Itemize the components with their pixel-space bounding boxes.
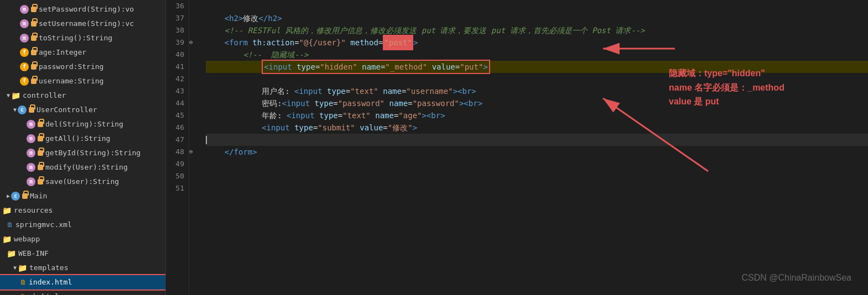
sidebar-item-username[interactable]: f username:String [0, 74, 165, 88]
lock-icon [31, 64, 37, 70]
method-icon: m [27, 120, 35, 129]
code-line [206, 170, 868, 182]
watermark: CSDN @ChinaRainbowSea [741, 272, 851, 284]
chevron-down-icon: ▼ [13, 104, 17, 116]
lock-icon [31, 35, 37, 41]
method-icon: m [20, 34, 29, 43]
sidebar-label: WEB-INF [18, 247, 49, 260]
field-icon: f [20, 62, 29, 71]
lock-icon [38, 150, 43, 156]
code-line: 年龄: <input type="text" name="age"><br> [206, 109, 868, 122]
fold-gutter: ⊖ ⊖ [189, 0, 200, 295]
method-icon: m [27, 134, 35, 143]
class-icon: c [11, 192, 20, 201]
lock-icon [22, 193, 28, 199]
field-icon: f [20, 48, 29, 57]
lock-icon [31, 78, 37, 84]
folder-icon: 📁 [7, 247, 16, 260]
chevron-right-icon: ▶ [7, 190, 10, 202]
lock-icon [38, 179, 43, 185]
code-line: </form> [206, 146, 868, 158]
sidebar-label: springmvc.xml [15, 219, 72, 231]
sidebar-item-controller[interactable]: ▼ 📁 controller [0, 88, 165, 103]
annotation-text: 隐藏域：type="hidden"name 名字必须是：_methodvalue… [669, 66, 862, 109]
sidebar-label: toString():String [39, 32, 112, 44]
sidebar-item-toString[interactable]: m toString():String [0, 31, 165, 45]
lock-icon [31, 21, 37, 27]
code-line: <form th:action="@{/user}" method="post"… [206, 36, 868, 49]
lock-icon [31, 7, 37, 12]
code-line [206, 134, 868, 146]
lock-icon [38, 122, 43, 127]
code-line: <input type="submit" value="修改"> [206, 122, 868, 134]
sidebar-item-setPassword[interactable]: m setPassword(String):vo [0, 2, 165, 17]
file-tree: m setPassword(String):vo m setUsername(S… [0, 0, 166, 295]
html-file-icon: 🗎 [20, 276, 27, 288]
code-container: 36 37 38 39 40 41 42 43 44 45 46 47 48 4… [166, 0, 868, 295]
sidebar-label: UserController [37, 104, 97, 116]
chevron-down-icon: ▼ [13, 262, 17, 274]
code-line: <h2>修改</h2> [206, 12, 868, 24]
sidebar-label: setPassword(String):vo [39, 3, 134, 15]
sidebar-item-del[interactable]: m del(String):String [0, 117, 165, 131]
sidebar-item-save[interactable]: m save(User):String [0, 175, 165, 189]
sidebar-item-ok-html[interactable]: 🗎 ok.html [0, 289, 165, 295]
sidebar-label: age:Integer [39, 46, 86, 59]
sidebar-item-springmvc-xml[interactable]: 🗎 springmvc.xml [0, 218, 165, 232]
sidebar-item-getById[interactable]: m getById(String):String [0, 146, 165, 160]
annotation-content: 隐藏域：type="hidden"name 名字必须是：_methodvalue… [669, 69, 784, 106]
sidebar-label: controller [23, 89, 66, 102]
sidebar-label: getById(String):String [45, 147, 141, 159]
sidebar-label: Main [30, 190, 47, 202]
code-line [206, 0, 868, 12]
code-line [206, 182, 868, 194]
folder-icon: 📁 [11, 89, 20, 102]
sidebar-item-age[interactable]: f age:Integer [0, 45, 165, 60]
sidebar-label: del(String):String [45, 118, 123, 130]
folder-icon: 📁 [2, 204, 12, 217]
sidebar-label: modify(User):String [45, 161, 128, 173]
sidebar-label: resources [14, 204, 53, 217]
annotation-panel: 隐藏域：type="hidden"name 名字必须是：_methodvalue… [669, 66, 862, 109]
sidebar-label: getAll():String [45, 133, 110, 145]
lock-icon [31, 50, 37, 55]
code-line: <!-- RESTFul 风格的，修改用户信息，修改必须发送 put 请求，要发… [206, 24, 868, 36]
sidebar-item-WEBINF[interactable]: 📁 WEB-INF [0, 246, 165, 261]
code-editor: 36 37 38 39 40 41 42 43 44 45 46 47 48 4… [166, 0, 868, 295]
chevron-down-icon: ▼ [7, 89, 10, 102]
sidebar-item-setUsername[interactable]: m setUsername(String):vc [0, 17, 165, 31]
code-line: <!-- 隐藏域--> [206, 49, 868, 61]
sidebar-item-resources[interactable]: 📁 resources [0, 203, 165, 218]
sidebar-label: save(User):String [45, 176, 119, 188]
lock-icon [38, 165, 43, 170]
sidebar-item-webapp[interactable]: 📁 webapp [0, 232, 165, 246]
lock-icon [29, 107, 34, 113]
sidebar-label: index.html [29, 276, 72, 288]
method-icon: m [20, 5, 29, 14]
sidebar-item-getAll[interactable]: m getAll():String [0, 131, 165, 146]
sidebar-item-UserController[interactable]: ▼ c UserController [0, 103, 165, 117]
sidebar-item-Main[interactable]: ▶ c Main [0, 189, 165, 203]
sidebar-label: setUsername(String):vc [39, 18, 134, 30]
xml-file-icon: 🗎 [7, 219, 13, 231]
sidebar-item-modify[interactable]: m modify(User):String [0, 160, 165, 175]
class-icon: c [18, 106, 27, 114]
sidebar-label: password:String [39, 61, 103, 73]
folder-icon: 📁 [18, 262, 27, 274]
watermark-text: CSDN @ChinaRainbowSea [741, 273, 851, 282]
sidebar-label: templates [29, 262, 68, 274]
method-icon: m [27, 163, 35, 172]
field-icon: f [20, 77, 29, 86]
sidebar-label: webapp [14, 233, 40, 245]
method-icon: m [27, 149, 35, 157]
code-line [206, 158, 868, 170]
lock-icon [38, 136, 43, 141]
line-numbers: 36 37 38 39 40 41 42 43 44 45 46 47 48 4… [166, 0, 189, 295]
html-file-icon: 🗎 [20, 291, 27, 295]
sidebar-label: ok.html [29, 291, 59, 295]
sidebar-item-templates[interactable]: ▼ 📁 templates [0, 261, 165, 275]
sidebar-item-index-html[interactable]: 🗎 index.html [0, 275, 165, 289]
method-icon: m [27, 177, 35, 186]
method-icon: m [20, 19, 29, 28]
sidebar-item-password[interactable]: f password:String [0, 60, 165, 74]
